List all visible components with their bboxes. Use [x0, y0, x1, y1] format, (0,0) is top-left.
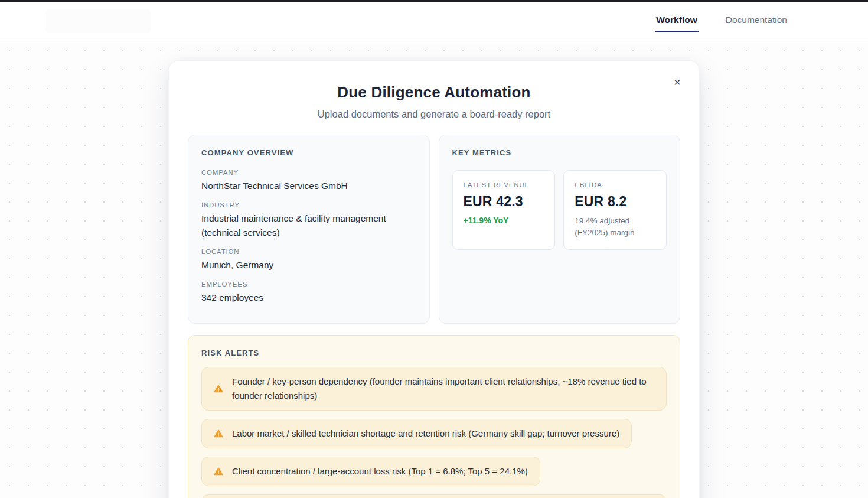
metric-card-ebitda: EBITDA EUR 8.2 19.4% adjusted (FY2025) m… [563, 170, 667, 250]
risk-alert-item: Client concentration / large-account los… [201, 457, 540, 486]
key-metrics-panel: KEY METRICS LATEST REVENUE EUR 42.3 +11.… [439, 135, 681, 324]
field-label: EMPLOYEES [201, 281, 416, 288]
nav-tabs: Workflow Documentation [655, 2, 788, 40]
risk-alerts-heading: RISK ALERTS [201, 349, 667, 357]
risk-alert-item: Labor market / skilled technician shorta… [201, 419, 632, 448]
close-icon[interactable]: × [670, 74, 685, 89]
warning-icon [214, 384, 223, 393]
risk-alerts-list: Founder / key-person dependency (founder… [201, 367, 667, 498]
warning-icon [214, 467, 223, 476]
field-value: Munich, Germany [201, 258, 416, 272]
metric-cards-row: LATEST REVENUE EUR 42.3 +11.9% YoY EBITD… [452, 170, 667, 250]
risk-alerts-section: RISK ALERTS Founder / key-person depende… [188, 335, 680, 498]
metric-label: EBITDA [575, 181, 655, 188]
risk-alert-text: Founder / key-person dependency (founder… [232, 372, 654, 405]
metric-value: EUR 8.2 [575, 194, 655, 210]
company-fields: COMPANY NorthStar Technical Services Gmb… [201, 169, 416, 305]
info-panels-row: COMPANY OVERVIEW COMPANY NorthStar Techn… [188, 135, 680, 324]
due-diligence-modal: × Due Diligence Automation Upload docume… [168, 60, 700, 498]
risk-alert-item: Technology & platform risk (NorthStar Co… [201, 494, 667, 498]
metric-value: EUR 42.3 [464, 194, 544, 210]
field-employees: EMPLOYEES 342 employees [201, 281, 416, 305]
field-label: INDUSTRY [201, 201, 416, 209]
field-value: Industrial maintenance & facility manage… [201, 211, 416, 240]
field-value: 342 employees [201, 291, 416, 305]
risk-alert-item: Founder / key-person dependency (founder… [201, 367, 667, 411]
field-industry: INDUSTRY Industrial maintenance & facili… [201, 201, 416, 240]
field-label: LOCATION [201, 248, 416, 255]
risk-alert-text: Labor market / skilled technician shorta… [232, 424, 619, 443]
warning-icon [214, 429, 223, 438]
page-subtitle: Upload documents and generate a board-re… [188, 109, 680, 120]
tab-workflow[interactable]: Workflow [655, 10, 698, 32]
metric-card-revenue: LATEST REVENUE EUR 42.3 +11.9% YoY [452, 170, 556, 250]
company-overview-heading: COMPANY OVERVIEW [201, 148, 416, 157]
field-location: LOCATION Munich, Germany [201, 248, 416, 272]
logo-placeholder [46, 9, 151, 33]
field-company: COMPANY NorthStar Technical Services Gmb… [201, 169, 416, 193]
top-navigation-bar: Workflow Documentation [0, 0, 868, 40]
field-value: NorthStar Technical Services GmbH [201, 179, 416, 193]
metric-delta: +11.9% YoY [464, 216, 544, 225]
metric-label: LATEST REVENUE [464, 181, 544, 188]
company-overview-panel: COMPANY OVERVIEW COMPANY NorthStar Techn… [188, 135, 430, 324]
page-title: Due Diligence Automation [188, 83, 680, 102]
key-metrics-heading: KEY METRICS [452, 148, 667, 157]
risk-alert-text: Client concentration / large-account los… [232, 462, 528, 481]
tab-documentation[interactable]: Documentation [725, 10, 788, 32]
metric-note: 19.4% adjusted (FY2025) margin [575, 215, 655, 239]
field-label: COMPANY [201, 169, 416, 176]
